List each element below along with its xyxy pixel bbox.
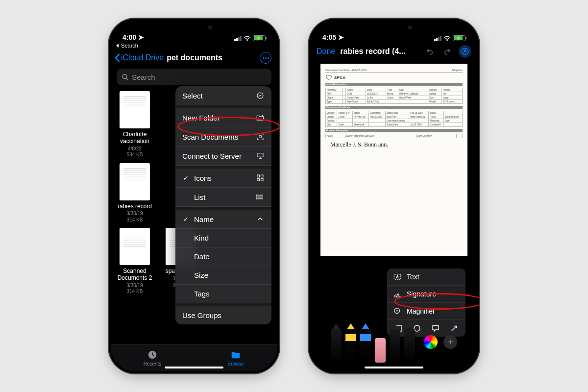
menu-text[interactable]: Text [387,269,466,286]
org-name: SPCA [334,75,345,80]
home-indicator[interactable] [165,367,223,368]
menu-signature[interactable]: Signature [387,286,466,303]
file-name: Scanned Documents 2 [116,268,154,282]
scanned-document: Vaccination Certificate – Feb 25, 2019Ad… [320,64,467,256]
menu-connect-server[interactable]: Connect to Server [175,147,271,166]
file-name: rabies record [116,203,154,210]
battery-charging-icon: ⚡ [253,35,266,41]
menu-scan-documents[interactable]: Scan Documents [175,127,271,147]
file-size: 584 KB [116,152,154,158]
menu-sort-tags[interactable]: Tags [175,285,271,303]
file-date: 3/30/19 [116,211,154,217]
redo-button[interactable] [441,45,454,58]
notch [157,21,231,34]
search-icon [122,74,129,81]
highlighter-tool[interactable] [345,328,356,363]
menu-label: Signature [407,290,436,298]
list-icon [256,193,265,201]
home-indicator[interactable] [365,367,423,368]
folder-plus-icon [256,113,265,122]
svg-rect-7 [257,153,263,157]
handwritten-signature: Marcelle J. S. Bonn ann. [330,141,463,148]
svg-marker-1 [116,44,119,48]
markup-toggle[interactable] [459,45,471,58]
checkmark-icon: ✓ [182,174,189,182]
document-title: rabies record (4... [340,47,418,56]
markup-toolbar: Done rabies record (4... [311,42,477,61]
menu-sort-size[interactable]: Size [175,266,271,285]
file-date: 4/8/22 [116,146,154,152]
file-size: 314 KB [116,289,154,295]
menu-select[interactable]: Select [175,86,271,105]
svg-rect-11 [261,175,264,177]
chevron-up-icon [256,215,265,223]
battery-charging-icon: ⚡ [453,35,466,41]
scan-icon [256,132,265,141]
status-time: 4:00 [122,33,136,41]
add-button[interactable]: + [443,335,457,349]
pen-tool[interactable] [331,328,342,363]
status-time: 4:05 [322,33,336,41]
file-thumb [120,91,150,128]
text-box-icon [393,272,402,281]
file-size: 314 KB [116,217,154,223]
wifi-icon [443,36,451,41]
menu-use-groups[interactable]: Use Groups [175,306,271,324]
menu-label: Text [407,273,419,281]
document-viewport[interactable]: Vaccination Certificate – Feb 25, 2019Ad… [311,61,477,269]
cellular-bars-icon [234,36,242,41]
svg-rect-6 [259,136,262,138]
signature-icon [393,290,402,298]
back-label: iCloud Drive [121,53,164,62]
back-to-app[interactable]: Search [111,42,277,49]
back-button[interactable]: iCloud Drive [115,53,164,62]
lasso-tool[interactable] [390,328,400,363]
search-placeholder: Search [132,73,155,81]
svg-line-3 [126,78,128,80]
folder-icon [230,349,241,360]
grid-icon [256,173,265,182]
search-field[interactable]: Search [117,69,271,85]
file-thumb [120,228,150,265]
folder-title: pet documents [167,53,222,62]
file-item[interactable]: Charlotte vaccination 4/8/22 584 KB [116,91,154,158]
server-icon [256,151,265,160]
magnifier-icon [393,307,402,316]
iphone-right: 4:05 ➤ ⚡ Done rabies record (4... [309,19,479,373]
menu-label: Magnifier [407,307,435,315]
checkmark-icon: ✓ [182,216,189,223]
menu-sort-name[interactable]: ✓Name [175,210,271,229]
svg-point-20 [447,39,448,40]
svg-point-0 [247,39,248,40]
file-item[interactable]: rabies record 3/30/19 314 KB [116,163,154,223]
menu-sort-kind[interactable]: Kind [175,229,271,247]
cellular-bars-icon [434,36,441,41]
more-button[interactable] [260,52,271,64]
menu-new-folder[interactable]: New Folder [175,108,271,127]
clock-icon [147,349,158,360]
undo-button[interactable] [423,45,436,58]
done-button[interactable]: Done [317,47,335,56]
menu-magnifier[interactable]: Magnifier [387,303,466,320]
color-picker[interactable] [424,335,438,349]
svg-point-18 [257,196,258,197]
file-item[interactable]: Scanned Documents 2 3/30/19 314 KB [116,228,154,295]
context-menu: Select New Folder Scan Documents Connect… [175,86,271,324]
svg-point-17 [257,195,258,196]
file-thumb [120,163,150,200]
menu-sort-date[interactable]: Date [175,247,271,266]
ruler-tool[interactable] [404,328,415,363]
menu-list-view[interactable]: List [175,188,271,207]
location-arrow-icon: ➤ [338,33,344,41]
svg-rect-10 [257,175,260,177]
eraser-tool[interactable] [375,338,386,363]
nav-bar: iCloud Drive pet documents [111,49,277,67]
tab-label: Recents [144,361,162,367]
wifi-icon [244,36,251,41]
svg-rect-12 [257,179,260,181]
pencil-tool[interactable] [360,328,371,363]
menu-icons-view[interactable]: ✓Icons [175,169,271,188]
notch [357,21,431,34]
svg-point-2 [122,74,127,78]
location-arrow-icon: ➤ [138,33,144,41]
